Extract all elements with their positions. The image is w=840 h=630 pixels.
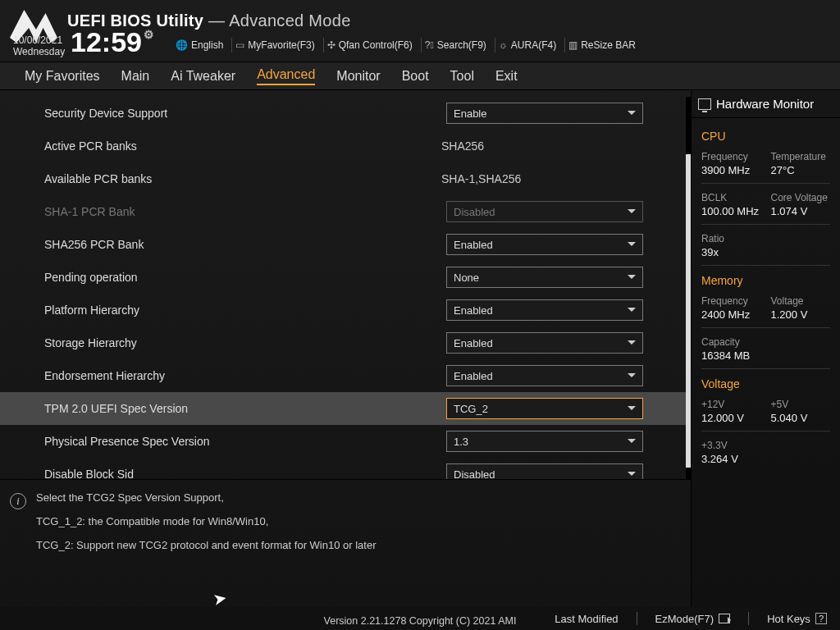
setting-select[interactable]: Enabled: [446, 332, 643, 354]
setting-row[interactable]: SHA256 PCR BankEnabled: [0, 228, 691, 261]
chevron-down-icon: [628, 308, 636, 316]
setting-value: Disabled: [454, 468, 495, 480]
hw-section-voltage: Voltage: [701, 377, 830, 390]
setting-select[interactable]: TCG_2: [446, 398, 643, 419]
setting-label: Active PCR banks: [44, 139, 446, 153]
tab-ai-tweaker[interactable]: Ai Tweaker: [171, 69, 235, 84]
info-icon: i: [10, 493, 26, 509]
setting-readonly-value: SHA256: [441, 139, 676, 153]
setting-row[interactable]: TPM 2.0 UEFI Spec VersionTCG_2: [0, 392, 691, 425]
header-time[interactable]: 12:59⚙: [71, 26, 154, 58]
search-icon: ?⃝: [425, 39, 434, 51]
setting-select[interactable]: None: [446, 267, 643, 288]
setting-select[interactable]: 1.3: [446, 431, 643, 452]
main-tabs: My FavoritesMainAi TweakerAdvancedMonito…: [0, 62, 840, 90]
quick-resizebar[interactable]: ▥ReSize BAR: [564, 38, 639, 52]
setting-row[interactable]: Security Device SupportEnable: [0, 97, 691, 130]
header-date: 10/06/2021 Wednesday: [13, 34, 65, 57]
chevron-down-icon: [628, 111, 636, 119]
setting-label: Endorsement Hierarchy: [44, 369, 446, 382]
setting-row[interactable]: Platform HierarchyEnabled: [0, 294, 691, 326]
setting-label: Physical Presence Spec Version: [44, 435, 446, 448]
tab-exit[interactable]: Exit: [495, 69, 518, 84]
quick-favorite[interactable]: ▭MyFavorite(F3): [231, 38, 317, 52]
help-line: TCG_2: Support new TCG2 protocol and eve…: [36, 539, 676, 551]
setting-label: SHA256 PCR Bank: [44, 238, 446, 251]
setting-value: Enabled: [454, 239, 493, 251]
setting-select[interactable]: Enabled: [446, 365, 643, 386]
bar-icon: ▥: [568, 39, 578, 51]
tab-my-favorites[interactable]: My Favorites: [25, 69, 100, 84]
setting-label: TPM 2.0 UEFI Spec Version: [44, 402, 446, 415]
tab-advanced[interactable]: Advanced: [257, 67, 315, 85]
setting-value: TCG_2: [454, 403, 488, 415]
setting-value: Enable: [454, 107, 486, 120]
chevron-down-icon: [628, 373, 636, 381]
hw-section-memory: Memory: [701, 274, 830, 287]
setting-label: Pending operation: [44, 271, 446, 284]
setting-value: Enabled: [454, 337, 493, 349]
scrollbar[interactable]: [686, 97, 691, 479]
setting-value: Enabled: [454, 304, 493, 317]
setting-row[interactable]: SHA-1 PCR BankDisabled: [0, 195, 691, 228]
main-area: Security Device SupportEnableActive PCR …: [0, 90, 840, 607]
setting-label: Platform Hierarchy: [44, 304, 446, 317]
sun-icon: ☼: [499, 39, 508, 51]
setting-value: None: [454, 272, 479, 284]
setting-select[interactable]: Enable: [446, 103, 643, 124]
setting-readonly-value: SHA-1,SHA256: [441, 172, 676, 185]
tab-boot[interactable]: Boot: [402, 69, 429, 84]
setting-value: Enabled: [454, 370, 493, 382]
chevron-down-icon: [628, 275, 636, 283]
quick-language[interactable]: 🌐English: [172, 38, 226, 52]
fan-icon: ✣: [327, 39, 336, 51]
quick-search[interactable]: ?⃝Search(F9): [421, 38, 490, 52]
setting-label: Storage Hierarchy: [44, 336, 446, 349]
tab-tool[interactable]: Tool: [450, 69, 474, 84]
chevron-down-icon: [628, 472, 636, 479]
help-panel: i Select the TCG2 Spec Version Support, …: [0, 479, 691, 571]
hardware-monitor: Hardware Monitor CPU Frequency3900 MHz T…: [691, 90, 840, 607]
quick-aura[interactable]: ☼AURA(F4): [495, 38, 559, 52]
hw-section-cpu: CPU: [701, 130, 830, 143]
tab-monitor[interactable]: Monitor: [336, 69, 380, 84]
help-line: TCG_1_2: the Compatible mode for Win8/Wi…: [36, 515, 676, 527]
settings-list: Security Device SupportEnableActive PCR …: [0, 97, 691, 479]
bottom-bar: Last Modified EzMode(F7) Hot Keys? Versi…: [0, 607, 840, 630]
quick-qfan[interactable]: ✣Qfan Control(F6): [323, 38, 416, 52]
settings-panel: Security Device SupportEnableActive PCR …: [0, 90, 691, 607]
setting-label: Security Device Support: [44, 107, 446, 120]
setting-row[interactable]: Storage HierarchyEnabled: [0, 326, 691, 359]
setting-select: Disabled: [446, 201, 643, 222]
chevron-down-icon: [628, 439, 636, 447]
setting-row[interactable]: Disable Block SidDisabled: [0, 458, 691, 479]
setting-row: Active PCR banksSHA256: [0, 130, 691, 162]
hw-title: Hardware Monitor: [692, 90, 840, 118]
scrollbar-thumb[interactable]: [686, 154, 691, 468]
setting-row[interactable]: Physical Presence Spec Version1.3: [0, 425, 691, 458]
setting-select[interactable]: Enabled: [446, 299, 643, 321]
ezmode-button[interactable]: EzMode(F7): [655, 613, 731, 625]
version-text: Version 2.21.1278 Copyright (C) 2021 AMI: [324, 615, 517, 627]
chevron-down-icon: [628, 340, 636, 349]
setting-row[interactable]: Endorsement HierarchyEnabled: [0, 359, 691, 392]
hotkeys-button[interactable]: Hot Keys?: [767, 613, 827, 625]
setting-select[interactable]: Enabled: [446, 234, 643, 255]
setting-value: Disabled: [454, 206, 495, 218]
setting-row: Available PCR banksSHA-1,SHA256: [0, 162, 691, 195]
window-icon: ▭: [235, 39, 244, 51]
tab-main[interactable]: Main: [121, 69, 150, 84]
chevron-down-icon: [628, 406, 636, 414]
header-bar: UEFI BIOS Utility — Advanced Mode 10/06/…: [0, 0, 840, 62]
setting-row[interactable]: Pending operationNone: [0, 261, 691, 294]
monitor-icon: [698, 98, 711, 110]
setting-label: Disable Block Sid: [44, 468, 446, 479]
gear-icon[interactable]: ⚙: [144, 28, 154, 41]
globe-icon: 🌐: [176, 39, 188, 51]
chevron-down-icon: [628, 209, 636, 217]
quickbar: 🌐English ▭MyFavorite(F3) ✣Qfan Control(F…: [172, 38, 639, 52]
last-modified-button[interactable]: Last Modified: [555, 613, 618, 625]
setting-label: SHA-1 PCR Bank: [44, 205, 446, 218]
setting-select[interactable]: Disabled: [446, 463, 643, 479]
exit-icon: [719, 614, 730, 623]
